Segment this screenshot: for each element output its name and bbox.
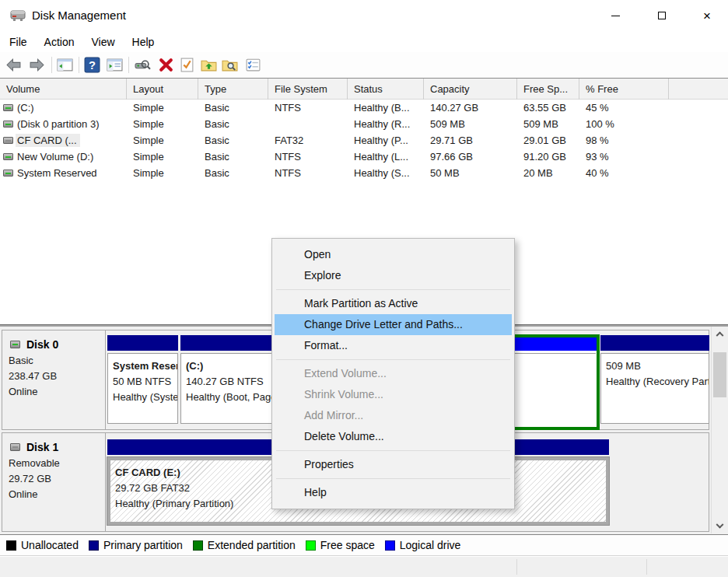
primary-partition-strip	[107, 335, 178, 351]
table-row[interactable]: System Reserved Simple Basic NTFS Health…	[0, 165, 728, 181]
col-pct-free[interactable]: % Free	[579, 79, 669, 100]
svg-text:?: ?	[89, 59, 96, 72]
folder-up-icon[interactable]	[200, 56, 218, 74]
table-row[interactable]: (C:) Simple Basic NTFS Healthy (B... 140…	[0, 100, 728, 116]
primary-partition-swatch	[89, 540, 99, 551]
disk-status: Online	[9, 488, 100, 500]
menu-separator	[275, 356, 512, 363]
cell-free-space: 63.55 GB	[517, 102, 579, 114]
volume-name: System Reserved	[16, 166, 100, 180]
cell-type: Basic	[198, 135, 268, 146]
col-file-system[interactable]: File System	[268, 79, 348, 100]
cell-file-system: NTFS	[268, 167, 348, 179]
back-icon[interactable]	[5, 56, 23, 74]
menu-item-format[interactable]: Format...	[275, 335, 512, 356]
show-action-pane-icon[interactable]	[106, 56, 124, 74]
table-row[interactable]: (Disk 0 partition 3) Simple Basic Health…	[0, 116, 728, 132]
cell-free-space: 509 MB	[517, 118, 579, 130]
table-row-selected[interactable]: CF CARD (... Simple Basic FAT32 Healthy …	[0, 132, 728, 149]
disk-icon	[10, 341, 20, 348]
minimize-icon	[611, 16, 620, 16]
forward-icon[interactable]	[28, 56, 46, 74]
menu-separator	[275, 475, 512, 482]
menu-action[interactable]: Action	[37, 33, 82, 51]
menu-item-help[interactable]: Help	[275, 482, 512, 503]
help-icon[interactable]: ?	[83, 56, 101, 74]
cell-file-system: NTFS	[268, 151, 348, 163]
col-capacity[interactable]: Capacity	[424, 79, 517, 100]
col-free-space[interactable]: Free Sp...	[517, 79, 579, 100]
vertical-scrollbar[interactable]	[711, 327, 727, 533]
cell-layout: Simple	[127, 167, 198, 179]
menu-item-add-mirror: Add Mirror...	[275, 405, 512, 426]
close-button[interactable]: ×	[689, 0, 725, 31]
col-status[interactable]: Status	[348, 79, 424, 100]
free-space-swatch	[306, 540, 316, 551]
menu-separator	[275, 447, 512, 454]
disk-0-info[interactable]: Disk 0 Basic 238.47 GB Online	[2, 330, 106, 429]
context-menu: Open Explore Mark Partition as Active Ch…	[271, 238, 515, 509]
col-layout[interactable]: Layout	[127, 79, 198, 100]
disk-name: Disk 0	[26, 338, 58, 351]
cell-status: Healthy (P...	[348, 135, 424, 146]
partition-recovery[interactable]: 509 MB Healthy (Recovery Partition)	[600, 335, 709, 428]
minimize-button[interactable]	[597, 0, 633, 31]
col-blank	[669, 79, 728, 100]
cell-file-system: FAT32	[268, 135, 348, 146]
cell-capacity: 29.71 GB	[424, 135, 517, 146]
cell-pct-free: 100 %	[579, 118, 669, 130]
cell-capacity: 97.66 GB	[424, 151, 517, 163]
delete-icon[interactable]	[157, 56, 175, 74]
cell-free-space: 91.20 GB	[517, 151, 579, 163]
status-bar	[0, 557, 728, 577]
disk-1-info[interactable]: Disk 1 Removable 29.72 GB Online	[2, 433, 106, 531]
menu-item-change-drive-letter[interactable]: Change Drive Letter and Paths...	[275, 314, 512, 335]
titlebar: Disk Management ×	[0, 0, 728, 31]
cell-pct-free: 93 %	[579, 151, 669, 163]
disk-management-window: Disk Management × File Action View Help …	[0, 0, 728, 577]
extended-partition-swatch	[193, 540, 203, 551]
volume-icon	[3, 137, 13, 144]
scroll-down-icon[interactable]	[712, 520, 728, 533]
menu-item-properties[interactable]: Properties	[275, 454, 512, 475]
table-row[interactable]: New Volume (D:) Simple Basic NTFS Health…	[0, 149, 728, 165]
menu-help[interactable]: Help	[124, 33, 163, 51]
volume-icon	[3, 170, 13, 177]
menu-item-mark-partition-active[interactable]: Mark Partition as Active	[275, 293, 512, 314]
task-check-icon[interactable]	[178, 56, 196, 74]
volume-icon	[3, 104, 13, 111]
partition-system-reserved[interactable]: System Reserved 50 MB NTFS Healthy (Syst…	[107, 335, 178, 428]
disk-status: Online	[9, 386, 100, 397]
col-type[interactable]: Type	[198, 79, 268, 100]
disk-icon	[10, 443, 20, 451]
menu-item-delete-volume[interactable]: Delete Volume...	[275, 426, 512, 447]
cell-file-system: NTFS	[268, 102, 348, 114]
checklist-icon[interactable]	[244, 56, 262, 74]
scroll-up-icon[interactable]	[712, 327, 728, 340]
cell-status: Healthy (S...	[348, 167, 424, 179]
cell-capacity: 140.27 GB	[424, 102, 517, 114]
menu-item-open[interactable]: Open	[275, 244, 512, 265]
volume-name: New Volume (D:)	[16, 150, 96, 163]
cell-capacity: 509 MB	[424, 118, 517, 130]
volume-name: CF CARD (...	[16, 134, 80, 147]
disk-size: 29.72 GB	[9, 473, 100, 484]
scrollbar-thumb[interactable]	[713, 352, 726, 397]
window-title: Disk Management	[32, 9, 126, 22]
menu-item-explore[interactable]: Explore	[275, 265, 512, 286]
cell-free-space: 20 MB	[517, 167, 579, 179]
menu-file[interactable]: File	[2, 33, 35, 51]
volume-icon	[3, 153, 13, 160]
col-volume[interactable]: Volume	[0, 79, 127, 100]
maximize-button[interactable]	[644, 0, 680, 31]
show-console-tree-icon[interactable]	[56, 56, 74, 74]
menu-view[interactable]: View	[83, 33, 122, 51]
cell-pct-free: 98 %	[579, 135, 669, 146]
cell-layout: Simple	[127, 151, 198, 163]
menu-item-shrink-volume: Shrink Volume...	[275, 384, 512, 405]
folder-search-icon[interactable]	[221, 56, 239, 74]
cell-status: Healthy (B...	[348, 102, 424, 114]
cell-free-space: 29.01 GB	[517, 135, 579, 146]
cell-capacity: 50 MB	[424, 167, 517, 179]
device-search-icon[interactable]	[134, 56, 152, 74]
